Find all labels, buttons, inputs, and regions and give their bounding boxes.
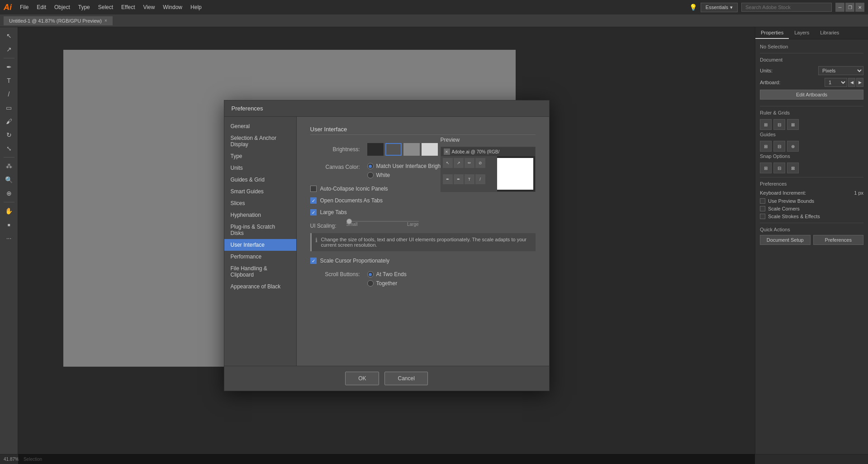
canvas-white-radio-circle[interactable] <box>367 172 374 178</box>
sidebar-item-smart-guides[interactable]: Smart Guides <box>224 186 296 197</box>
scroll-together[interactable]: Together <box>367 280 407 287</box>
guides-label: Guides <box>760 132 863 137</box>
more-tools-icon[interactable]: ··· <box>3 232 15 244</box>
menu-window[interactable]: Window <box>159 2 186 12</box>
eyedropper-tool-icon[interactable]: 🔍 <box>3 174 15 186</box>
guides-icon-2[interactable]: ⊟ <box>773 141 785 152</box>
essentials-button[interactable]: Essentials ▾ <box>701 3 738 12</box>
tab-close-button[interactable]: × <box>104 18 107 23</box>
rotate-tool-icon[interactable]: ↻ <box>3 129 15 141</box>
sidebar-item-guides[interactable]: Guides & Grid <box>224 174 296 186</box>
units-select[interactable]: Pixels <box>818 66 863 75</box>
open-docs-tabs-row[interactable]: Open Documents As Tabs <box>310 197 536 204</box>
scroll-together-label: Together <box>376 280 398 287</box>
artboard-next-button[interactable]: ▶ <box>856 78 863 87</box>
brightness-swatch-dark[interactable] <box>385 143 402 156</box>
guides-icon-1[interactable]: ⊞ <box>760 141 772 152</box>
sidebar-item-slices[interactable]: Slices <box>224 197 296 209</box>
sidebar-item-appearance[interactable]: Appearance of Black <box>224 281 296 292</box>
sidebar-item-hyphenation[interactable]: Hyphenation <box>224 209 296 221</box>
grid-icon[interactable]: ⊟ <box>773 119 785 130</box>
slider-thumb[interactable] <box>346 219 352 224</box>
restore-button[interactable]: ❐ <box>845 3 854 12</box>
menu-file[interactable]: File <box>16 2 32 12</box>
brightness-swatch-black[interactable] <box>367 143 384 156</box>
sidebar-item-file-handling[interactable]: File Handling & Clipboard <box>224 263 296 281</box>
ruler-icon[interactable]: ⊞ <box>760 119 772 130</box>
artboard-select[interactable]: 1 <box>825 78 847 87</box>
auto-collapse-checkbox[interactable] <box>310 186 317 192</box>
right-panel-content: No Selection Document Units: Pixels Artb… <box>755 39 868 464</box>
cancel-button[interactable]: Cancel <box>384 372 427 385</box>
tab-libraries[interactable]: Libraries <box>815 27 844 39</box>
blend-tool-icon[interactable]: ⁂ <box>3 160 15 172</box>
snap-icon-2[interactable]: ⊟ <box>773 163 785 173</box>
scroll-at-two-ends[interactable]: At Two Ends <box>367 271 407 277</box>
menu-view[interactable]: View <box>140 2 159 12</box>
keyboard-increment-row: Keyboard Increment: 1 px <box>760 190 863 196</box>
tab-properties[interactable]: Properties <box>755 27 789 39</box>
menu-type[interactable]: Type <box>75 2 94 12</box>
scale-strokes-row: Scale Strokes & Effects <box>760 214 863 219</box>
snap-icon[interactable]: ⊠ <box>787 119 799 130</box>
minimize-button[interactable]: ─ <box>835 3 844 12</box>
document-setup-button[interactable]: Document Setup <box>760 235 811 245</box>
sidebar-item-units[interactable]: Units <box>224 162 296 174</box>
menu-edit[interactable]: Edit <box>33 2 50 12</box>
brightness-swatch-light[interactable] <box>422 143 438 156</box>
open-docs-tabs-checkbox[interactable] <box>310 197 317 204</box>
pen-tool-icon[interactable]: ✒ <box>3 61 15 73</box>
preview-brush2-icon: ✒ <box>454 174 464 184</box>
artboard-prev-button[interactable]: ◀ <box>848 78 855 87</box>
direct-selection-tool-icon[interactable]: ↗ <box>3 43 15 55</box>
rectangle-tool-icon[interactable]: ▭ <box>3 102 15 114</box>
brightness-swatch-medium[interactable] <box>403 143 420 156</box>
hand-tool-icon[interactable]: ✋ <box>3 205 15 217</box>
scale-corners-checkbox[interactable] <box>760 206 765 211</box>
selection-tool-icon[interactable]: ↖ <box>3 30 15 42</box>
scale-tool-icon[interactable]: ⤡ <box>3 143 15 154</box>
edit-artboards-button[interactable]: Edit Artboards <box>760 90 863 100</box>
paintbrush-tool-icon[interactable]: 🖌 <box>3 115 15 127</box>
preview-title: Preview <box>441 137 536 143</box>
menu-object[interactable]: Object <box>51 2 74 12</box>
close-button[interactable]: ✕ <box>855 3 864 12</box>
right-panel: Properties Layers Libraries No Selection… <box>755 27 868 464</box>
tab-layers[interactable]: Layers <box>789 27 815 39</box>
document-tab[interactable]: Untitled-1 @ 41.87% (RGB/GPU Preview) × <box>4 16 113 25</box>
sidebar-item-performance[interactable]: Performance <box>224 251 296 263</box>
zoom-tool-icon[interactable]: ⊕ <box>3 187 15 199</box>
scroll-at-two-ends-circle[interactable] <box>367 271 374 277</box>
snap-icon-1[interactable]: ⊞ <box>760 163 772 173</box>
scroll-radio-group: At Two Ends Together <box>367 271 407 287</box>
menu-select[interactable]: Select <box>95 2 117 12</box>
menu-effect[interactable]: Effect <box>118 2 138 12</box>
scale-strokes-checkbox[interactable] <box>760 214 765 219</box>
menu-help[interactable]: Help <box>187 2 205 12</box>
snap-icon-3[interactable]: ⊠ <box>787 163 799 173</box>
canvas-match-radio-circle[interactable] <box>367 163 374 169</box>
use-preview-bounds-label: Use Preview Bounds <box>768 198 814 204</box>
sidebar-item-general[interactable]: General <box>224 120 296 132</box>
scale-cursor-checkbox[interactable] <box>310 258 317 264</box>
sidebar-item-type[interactable]: Type <box>224 150 296 162</box>
large-tabs-checkbox[interactable] <box>310 209 317 215</box>
slider-track[interactable] <box>346 221 419 222</box>
ok-button[interactable]: OK <box>345 372 379 385</box>
lightbulb-icon[interactable]: 💡 <box>689 4 697 11</box>
line-tool-icon[interactable]: / <box>3 88 15 100</box>
use-preview-bounds-checkbox[interactable] <box>760 198 765 204</box>
scroll-together-circle[interactable] <box>367 280 374 287</box>
guides-icon-3[interactable]: ⊕ <box>787 141 799 152</box>
preferences-quick-button[interactable]: Preferences <box>813 235 864 245</box>
search-input[interactable] <box>741 3 832 12</box>
menu-bar-right: 💡 Essentials ▾ ─ ❐ ✕ <box>689 3 864 12</box>
canvas-area: Preferences General Selection & Anchor D… <box>18 27 755 464</box>
sidebar-item-user-interface[interactable]: User Interface <box>224 239 296 251</box>
large-tabs-row[interactable]: Large Tabs <box>310 209 536 215</box>
sidebar-item-selection[interactable]: Selection & Anchor Display <box>224 132 296 150</box>
type-tool-icon[interactable]: T <box>3 75 15 86</box>
sidebar-item-plugins[interactable]: Plug-ins & Scratch Disks <box>224 221 296 239</box>
fill-stroke-icon[interactable]: ■ <box>3 219 15 230</box>
scale-cursor-row[interactable]: Scale Cursor Proportionately <box>310 258 536 264</box>
